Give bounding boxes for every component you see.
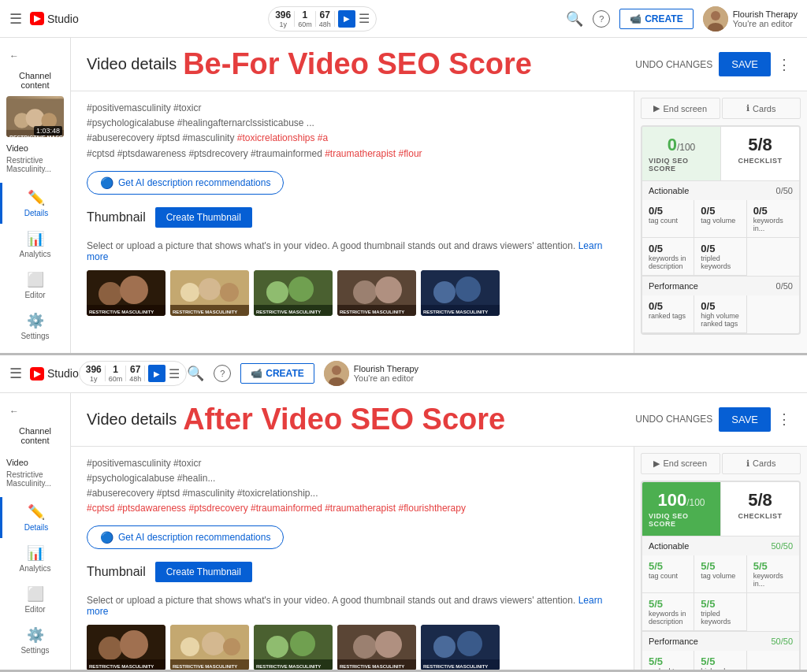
boost-button[interactable]: ▶ [338, 10, 355, 28]
panel-title-after: Video details [87, 410, 177, 429]
metric-tag-count-before: 0/5 tag count [642, 200, 694, 238]
stat-div-3-2 [144, 366, 145, 381]
help-icon[interactable]: ? [593, 10, 610, 28]
sidebar-item-details[interactable]: ✏️ Details [0, 183, 70, 224]
actionable-header-before: Actionable 0/50 [642, 180, 799, 200]
editor-label-2: Editor [24, 605, 45, 614]
search-icon[interactable]: 🔍 [566, 10, 583, 28]
seo-panel-before: ▶ End screen ℹ Cards [634, 91, 807, 353]
channel-content-label: Channel content [0, 68, 70, 96]
panel-actions-after: UNDO CHANGES SAVE ⋮ [635, 407, 791, 432]
more-button-after[interactable]: ⋮ [777, 410, 791, 428]
thumb-preview-after-2[interactable]: RESTRICTIVE MASCULINITY [170, 625, 249, 670]
learn-more-link-before[interactable]: Learn more [87, 240, 602, 262]
boost-button-2[interactable]: ▶ [148, 365, 165, 382]
sidebar-item-editor-2[interactable]: ⬜ Editor [0, 579, 70, 620]
help-icon-2[interactable]: ? [214, 365, 231, 382]
stats-pill[interactable]: 396 1y 1 60m 67 48h ▶ ☰ [268, 6, 377, 32]
details-label: Details [24, 209, 49, 217]
thumb-preview-after-5[interactable]: RESTRICTIVE MASCULINITY [421, 625, 500, 670]
undo-button-after[interactable]: UNDO CHANGES [635, 414, 712, 425]
editor-icon-2: ⬜ [27, 585, 44, 603]
create-button[interactable]: 📹 CREATE [619, 9, 693, 29]
sidebar-back-before[interactable]: ← [0, 44, 70, 68]
sidebar-item-settings[interactable]: ⚙️ Settings [0, 306, 70, 347]
stats-menu-2[interactable]: ☰ [169, 366, 180, 381]
inner-header-center: 396 1y 1 60m 67 48h ▶ ☰ [79, 361, 188, 386]
sidebar-item-editor[interactable]: ⬜ Editor [0, 265, 70, 306]
create-icon-2: 📹 [251, 368, 262, 379]
ai-description-button-before[interactable]: 🔵 Get AI description recommendations [87, 171, 284, 195]
checklist-label-before: CHECKLIST [738, 157, 783, 165]
svg-point-5 [26, 109, 45, 128]
before-panel: ← Channel content RESTRICTIVE MASCULINIT… [0, 38, 807, 355]
thumbnail-label-before: Thumbnail [87, 210, 146, 225]
stats-menu-dots[interactable]: ☰ [359, 11, 370, 26]
thumb-preview-after-4[interactable]: RESTRICTIVE MASCULINITY [337, 625, 416, 670]
actionable-header-after: Actionable 50/50 [642, 536, 799, 555]
metric-tripled-before: 0/5 tripled keywords [694, 238, 746, 276]
after-body: ← Channel content RESTRICTIVE MASC [0, 393, 807, 670]
details-icon-2: ✏️ [28, 503, 45, 521]
hamburger-menu-2[interactable]: ☰ [9, 365, 22, 382]
actionable-label-before: Actionable [649, 186, 689, 195]
seo-tabs-after: ▶ End screen ℹ Cards [641, 453, 801, 474]
thumb-preview-1[interactable]: RESTRICTIVE MASCULINITY [87, 270, 165, 316]
create-thumbnail-button-before[interactable]: Create Thumbnail [155, 207, 252, 228]
thumb-preview-5[interactable]: RESTRICTIVE MASCULINITY [421, 270, 500, 316]
stats-pill-2[interactable]: 396 1y 1 60m 67 48h ▶ ☰ [79, 361, 188, 386]
metric-val-1: 0/5 [649, 205, 687, 217]
search-icon-2[interactable]: 🔍 [187, 365, 204, 382]
checklist-main-after: 5/8 CHECKLIST [720, 482, 799, 536]
thumb-preview-2[interactable]: RESTRICTIVE MASCULINITY [170, 270, 249, 316]
svg-point-1 [711, 11, 720, 20]
create-icon: 📹 [630, 13, 642, 24]
ai-description-button-after[interactable]: 🔵 Get AI description recommendations [87, 525, 284, 549]
vidiq-score-box-before: 0/100 VIDIQ SEO SCORE 5/8 CHECKLIST [641, 125, 801, 335]
svg-point-11 [120, 276, 148, 304]
sidebar-item-analytics-2[interactable]: 📊 Analytics [0, 538, 70, 579]
svg-point-51 [202, 632, 225, 655]
svg-point-56 [266, 636, 288, 658]
undo-button-before[interactable]: UNDO CHANGES [635, 59, 712, 70]
learn-more-link-after[interactable]: Learn more [87, 595, 602, 617]
save-button-before[interactable]: SAVE [719, 52, 771, 76]
metric-high-vol-after: 5/5 high volume ranked tags [694, 651, 746, 670]
header-right: 🔍 ? 📹 CREATE Flourish Therapy You're an … [566, 6, 798, 32]
thumb-preview-after-3[interactable]: RESTRICTIVE MASCULINITY [254, 625, 333, 670]
hamburger-menu[interactable]: ☰ [9, 10, 22, 28]
metric-val-3: 0/5 [753, 205, 793, 217]
score-num-before: 0/100 [668, 135, 696, 155]
end-screen-tab-before[interactable]: ▶ End screen [641, 98, 720, 119]
cards-tab-before[interactable]: ℹ Cards [722, 98, 801, 119]
user-badge[interactable]: Flourish Therapy You're an editor [703, 6, 798, 32]
views-stat-2: 396 1y [86, 364, 102, 383]
performance-metrics-after: 5/5 ranked tags 5/5 high volume ranked t… [642, 651, 799, 670]
watch-num-2: 1 [113, 364, 118, 375]
thumb-preview-4[interactable]: RESTRICTIVE MASCULINITY [337, 270, 416, 316]
before-comparison-label: Be-For Video SEO Score [183, 47, 532, 81]
actionable-score-before: 0/50 [776, 186, 793, 195]
save-button-after[interactable]: SAVE [719, 407, 771, 432]
cards-tab-after[interactable]: ℹ Cards [722, 453, 801, 474]
sidebar-back-after[interactable]: ← [0, 399, 70, 423]
thumb-preview-3[interactable]: RESTRICTIVE MASCULINITY [254, 270, 333, 316]
svg-text:RESTRICTIVE MASCULINITY: RESTRICTIVE MASCULINITY [89, 664, 154, 669]
sidebar-item-details-2[interactable]: ✏️ Details [0, 497, 70, 538]
user-badge-2[interactable]: Flourish Therapy You're an editor [324, 361, 418, 386]
subs-num-2: 67 [130, 364, 140, 375]
settings-label-2: Settings [20, 646, 49, 655]
user-role-2: You're an editor [354, 373, 418, 383]
user-info: Flourish Therapy You're an editor [733, 9, 798, 28]
ai-btn-label-before: Get AI description recommendations [118, 177, 270, 188]
sidebar-item-settings-2[interactable]: ⚙️ Settings [0, 620, 70, 661]
end-screen-tab-after[interactable]: ▶ End screen [641, 453, 720, 474]
thumb-preview-after-1[interactable]: RESTRICTIVE MASCULINITY [87, 625, 165, 670]
create-button-2[interactable]: 📹 CREATE [240, 363, 314, 384]
sidebar-item-analytics[interactable]: 📊 Analytics [0, 224, 70, 265]
more-button-before[interactable]: ⋮ [777, 56, 791, 73]
svg-point-36 [332, 366, 341, 375]
inner-header-right: 🔍 ? 📹 CREATE Flourish Thera [187, 361, 418, 386]
create-thumbnail-button-after[interactable]: Create Thumbnail [155, 562, 252, 582]
performance-score-after: 50/50 [771, 637, 793, 646]
